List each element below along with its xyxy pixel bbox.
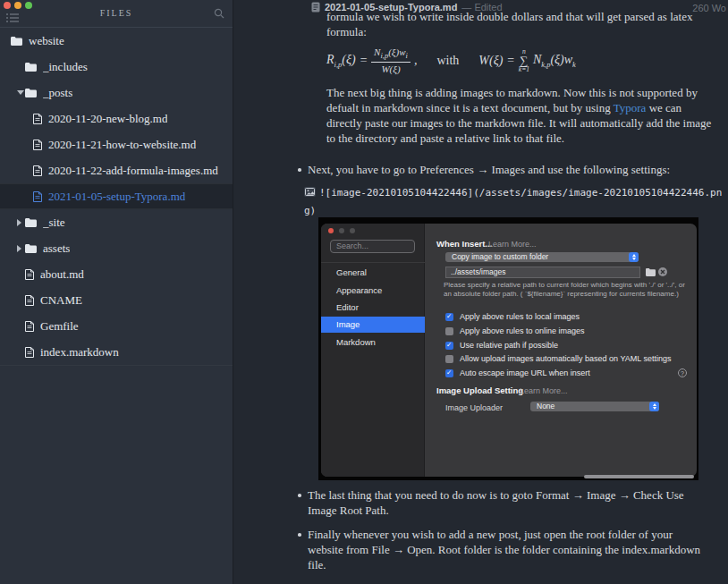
formula-term-w-sub: k	[572, 59, 576, 68]
help-question-icon: ?	[678, 368, 687, 377]
tree-item-label: assets	[43, 241, 70, 256]
file-icon	[25, 269, 34, 280]
code-text: ![image-20210105104422446](/assets/image…	[304, 187, 722, 216]
tree-file-index-markdown[interactable]: index.markdown	[0, 339, 233, 365]
formula-term-w: w	[564, 53, 572, 66]
preferences-traffic-lights	[328, 228, 355, 233]
insert-action-value: Copy image to custom folder	[452, 252, 548, 261]
editor-pane: 2021-01-05-setup-Typora.md — Edited 260 …	[233, 0, 728, 584]
latex-formula[interactable]: Ri,p(ξ) = Ni,p(ξ)wi W(ξ) , with W(ξ) = n…	[326, 47, 576, 74]
checkbox-label: Apply above rules to local images	[460, 312, 580, 321]
typora-app-window: FILES website _in	[0, 0, 728, 584]
sidebar-header: FILES	[0, 0, 233, 28]
search-icon[interactable]	[214, 8, 224, 19]
tree-file-about[interactable]: about.md	[0, 261, 233, 287]
checkbox-checked-icon	[445, 313, 453, 321]
frac-num-arg: (ξ)	[388, 47, 399, 57]
preferences-search-input: Search...	[330, 240, 415, 253]
checkbox-label: Apply above rules to online images	[460, 326, 585, 335]
checkbox-local-images: Apply above rules to local images	[445, 312, 580, 321]
prefs-tab-general: General	[321, 265, 425, 281]
file-tree: website _includes _posts	[0, 28, 233, 366]
formula-R-arg: (ξ)	[342, 53, 355, 66]
stepper-icon	[649, 402, 659, 411]
formula-fraction: Ni,p(ξ)wi W(ξ)	[371, 47, 411, 74]
tree-folder-includes[interactable]: _includes	[0, 54, 233, 80]
frac-den-W: W	[381, 63, 389, 74]
checkbox-relative-path: Use relative path if possible	[445, 341, 558, 350]
tree-folder-assets[interactable]: assets	[0, 235, 233, 261]
inline-image-icon	[304, 187, 316, 197]
close-icon	[328, 228, 334, 233]
insert-action-select: Copy image to custom folder	[445, 252, 639, 262]
choose-folder-icon	[646, 268, 656, 276]
formula-with: with	[436, 54, 459, 68]
bullet-icon	[298, 533, 301, 537]
tree-folder-website[interactable]: website	[0, 28, 233, 54]
checkbox-label: Allow upload images automatically based …	[460, 354, 671, 363]
folder-icon	[25, 89, 37, 97]
tree-item-label: _includes	[43, 60, 88, 74]
folder-icon	[25, 218, 37, 227]
tree-file-2020-11-20[interactable]: 2020-11-20-new-blog.md	[0, 106, 233, 131]
tree-item-label: Gemfile	[40, 319, 79, 334]
tree-file-2020-11-22[interactable]: 2020-11-22-add-formula-images.md	[0, 157, 233, 183]
folder-icon	[25, 244, 37, 253]
frac-num-w: w	[399, 47, 405, 57]
tree-item-label: 2020-11-20-new-blog.md	[48, 112, 167, 126]
tree-file-cname[interactable]: CNAME	[0, 287, 233, 313]
frac-num-w-sub: i	[406, 51, 408, 60]
checkbox-unchecked-icon	[445, 327, 453, 335]
tree-item-label: 2020-11-21-how-to-website.md	[48, 138, 196, 152]
frac-den-arg: (ξ)	[390, 63, 401, 74]
tree-item-label: index.markdown	[40, 345, 119, 360]
paragraph-images-intro[interactable]: The next big thing is adding images to m…	[326, 85, 716, 146]
minimize-icon	[339, 228, 344, 233]
typora-link[interactable]: Typora	[614, 101, 647, 114]
sidebar-title: FILES	[0, 8, 233, 18]
tree-item-label: 2021-01-05-setup-Typora.md	[48, 190, 185, 204]
list-item-preferences[interactable]: Next, you have to go to Preferences → Im…	[308, 162, 701, 177]
frac-num-N-sub: i,p	[380, 51, 388, 60]
file-sidebar: FILES website _in	[0, 0, 233, 584]
disclosure-right-icon[interactable]	[17, 219, 25, 226]
list-item-text: The last thing that you need to do now i…	[308, 488, 684, 517]
formula-comma: ,	[414, 54, 418, 68]
tree-file-2021-01-05-selected[interactable]: 2021-01-05-setup-Typora.md	[0, 183, 233, 209]
tree-folder-site[interactable]: _site	[0, 209, 233, 235]
file-icon	[25, 295, 34, 306]
path-help-text: Please specify a relative path to curren…	[444, 281, 689, 298]
when-insert-heading: When Insert...	[436, 239, 492, 249]
formula-equals: =	[360, 54, 368, 68]
image-markdown-code[interactable]: ![image-20210105104422446](/assets/image…	[304, 184, 728, 220]
checkbox-unchecked-icon	[445, 355, 453, 363]
folder-icon	[11, 37, 22, 46]
clear-path-icon	[658, 267, 667, 276]
formula-W: W	[478, 54, 489, 67]
formula-W-arg: (ξ)	[489, 54, 503, 67]
disclosure-down-icon[interactable]	[17, 90, 25, 95]
tree-folder-posts[interactable]: _posts	[0, 80, 233, 106]
bullet-icon	[298, 494, 301, 497]
list-item-format-image[interactable]: The last thing that you need to do now i…	[308, 487, 701, 518]
formula-R-sub: i,p	[334, 59, 343, 68]
formula-term-N: N	[533, 53, 541, 66]
image-upload-heading: Image Upload Setting	[436, 385, 523, 395]
embedded-preferences-screenshot[interactable]: Search... General Appearance Editor Imag…	[318, 217, 698, 480]
list-item-open-root[interactable]: Finally whenever you wish to add a new p…	[308, 527, 706, 572]
embedded-scrollbar	[584, 475, 694, 478]
prefs-tab-image-selected: Image	[321, 317, 425, 333]
formula-equals2: =	[506, 54, 514, 68]
disclosure-right-icon[interactable]	[17, 245, 25, 252]
folder-icon	[25, 63, 37, 72]
checkbox-yaml-upload: Allow upload images automatically based …	[445, 354, 671, 363]
zoom-icon	[350, 228, 355, 233]
formula-sum: n ∑ k=1	[519, 48, 529, 73]
tree-item-label: about.md	[40, 267, 84, 282]
tree-file-2020-11-21[interactable]: 2020-11-21-how-to-website.md	[0, 131, 233, 157]
preferences-sidebar: Search... General Appearance Editor Imag…	[321, 224, 425, 477]
prefs-tab-editor: Editor	[321, 300, 425, 316]
learn-more-link: Learn More...	[520, 386, 568, 395]
paragraph-formula-intro[interactable]: formula we wish to write inside double d…	[326, 9, 716, 39]
tree-file-gemfile[interactable]: Gemfile	[0, 313, 233, 339]
